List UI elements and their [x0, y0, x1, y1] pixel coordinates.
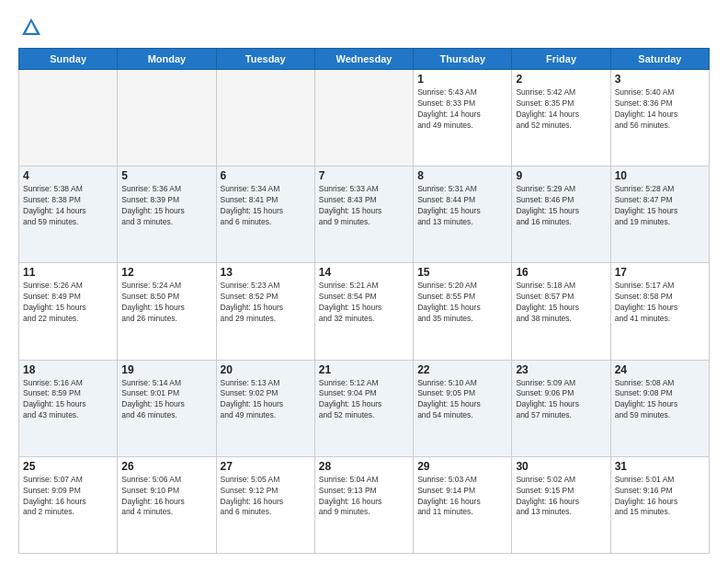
calendar-cell — [216, 70, 314, 167]
day-info: Sunrise: 5:03 AM Sunset: 9:14 PM Dayligh… — [417, 475, 507, 519]
day-number: 3 — [615, 73, 705, 86]
weekday-header-wednesday: Wednesday — [314, 49, 413, 70]
day-number: 9 — [516, 169, 606, 182]
day-info: Sunrise: 5:14 AM Sunset: 9:01 PM Dayligh… — [121, 378, 211, 422]
day-info: Sunrise: 5:10 AM Sunset: 9:05 PM Dayligh… — [417, 378, 507, 422]
day-info: Sunrise: 5:31 AM Sunset: 8:44 PM Dayligh… — [417, 184, 507, 228]
calendar-cell: 30Sunrise: 5:02 AM Sunset: 9:15 PM Dayli… — [512, 456, 610, 553]
week-row-1: 1Sunrise: 5:43 AM Sunset: 8:33 PM Daylig… — [19, 70, 710, 167]
calendar-cell: 21Sunrise: 5:12 AM Sunset: 9:04 PM Dayli… — [314, 360, 413, 456]
calendar-cell: 3Sunrise: 5:40 AM Sunset: 8:36 PM Daylig… — [610, 70, 709, 167]
calendar-cell: 29Sunrise: 5:03 AM Sunset: 9:14 PM Dayli… — [414, 456, 512, 553]
calendar-cell: 13Sunrise: 5:23 AM Sunset: 8:52 PM Dayli… — [216, 263, 314, 360]
page: SundayMondayTuesdayWednesdayThursdayFrid… — [0, 0, 728, 563]
day-number: 4 — [23, 169, 113, 182]
calendar-cell: 1Sunrise: 5:43 AM Sunset: 8:33 PM Daylig… — [414, 70, 512, 167]
day-info: Sunrise: 5:04 AM Sunset: 9:13 PM Dayligh… — [319, 475, 409, 519]
day-info: Sunrise: 5:20 AM Sunset: 8:55 PM Dayligh… — [417, 281, 507, 325]
day-number: 17 — [615, 266, 705, 279]
day-number: 23 — [516, 363, 606, 376]
day-number: 12 — [121, 266, 211, 279]
weekday-header-friday: Friday — [512, 49, 610, 70]
day-info: Sunrise: 5:17 AM Sunset: 8:58 PM Dayligh… — [615, 281, 705, 325]
day-info: Sunrise: 5:07 AM Sunset: 9:09 PM Dayligh… — [23, 475, 113, 519]
weekday-header-thursday: Thursday — [414, 49, 512, 70]
day-info: Sunrise: 5:36 AM Sunset: 8:39 PM Dayligh… — [121, 184, 211, 228]
logo — [18, 15, 48, 40]
day-number: 20 — [221, 363, 311, 376]
calendar-cell: 9Sunrise: 5:29 AM Sunset: 8:46 PM Daylig… — [512, 167, 610, 263]
day-number: 30 — [516, 460, 606, 473]
day-info: Sunrise: 5:28 AM Sunset: 8:47 PM Dayligh… — [615, 184, 705, 228]
day-number: 15 — [417, 266, 507, 279]
day-info: Sunrise: 5:21 AM Sunset: 8:54 PM Dayligh… — [319, 281, 409, 325]
day-info: Sunrise: 5:12 AM Sunset: 9:04 PM Dayligh… — [319, 378, 409, 422]
calendar-cell — [314, 70, 413, 167]
day-info: Sunrise: 5:43 AM Sunset: 8:33 PM Dayligh… — [417, 87, 507, 132]
day-info: Sunrise: 5:18 AM Sunset: 8:57 PM Dayligh… — [516, 281, 606, 325]
weekday-header-sunday: Sunday — [19, 49, 118, 70]
day-info: Sunrise: 5:40 AM Sunset: 8:36 PM Dayligh… — [615, 87, 705, 132]
day-number: 18 — [23, 363, 113, 376]
day-info: Sunrise: 5:02 AM Sunset: 9:15 PM Dayligh… — [516, 475, 606, 519]
calendar-cell: 10Sunrise: 5:28 AM Sunset: 8:47 PM Dayli… — [610, 167, 709, 263]
calendar-cell: 18Sunrise: 5:16 AM Sunset: 8:59 PM Dayli… — [19, 360, 118, 456]
day-number: 14 — [319, 266, 409, 279]
calendar-cell: 15Sunrise: 5:20 AM Sunset: 8:55 PM Dayli… — [414, 263, 512, 360]
day-info: Sunrise: 5:23 AM Sunset: 8:52 PM Dayligh… — [221, 281, 311, 325]
calendar-cell: 7Sunrise: 5:33 AM Sunset: 8:43 PM Daylig… — [314, 167, 413, 263]
day-info: Sunrise: 5:06 AM Sunset: 9:10 PM Dayligh… — [121, 475, 211, 519]
day-number: 31 — [615, 460, 705, 473]
day-number: 6 — [221, 169, 311, 182]
day-number: 29 — [417, 460, 507, 473]
day-info: Sunrise: 5:09 AM Sunset: 9:06 PM Dayligh… — [516, 378, 606, 422]
day-number: 24 — [615, 363, 705, 376]
day-number: 5 — [121, 169, 211, 182]
day-number: 28 — [319, 460, 409, 473]
day-info: Sunrise: 5:38 AM Sunset: 8:38 PM Dayligh… — [23, 184, 113, 228]
logo-icon — [18, 15, 44, 40]
day-info: Sunrise: 5:24 AM Sunset: 8:50 PM Dayligh… — [121, 281, 211, 325]
day-info: Sunrise: 5:16 AM Sunset: 8:59 PM Dayligh… — [23, 378, 113, 422]
day-info: Sunrise: 5:05 AM Sunset: 9:12 PM Dayligh… — [221, 475, 311, 519]
day-info: Sunrise: 5:26 AM Sunset: 8:49 PM Dayligh… — [23, 281, 113, 325]
day-info: Sunrise: 5:08 AM Sunset: 9:08 PM Dayligh… — [615, 378, 705, 422]
day-info: Sunrise: 5:29 AM Sunset: 8:46 PM Dayligh… — [516, 184, 606, 228]
day-number: 22 — [417, 363, 507, 376]
day-number: 8 — [417, 169, 507, 182]
calendar-cell: 16Sunrise: 5:18 AM Sunset: 8:57 PM Dayli… — [512, 263, 610, 360]
calendar-cell: 28Sunrise: 5:04 AM Sunset: 9:13 PM Dayli… — [314, 456, 413, 553]
day-info: Sunrise: 5:42 AM Sunset: 8:35 PM Dayligh… — [516, 87, 606, 132]
calendar-cell: 14Sunrise: 5:21 AM Sunset: 8:54 PM Dayli… — [314, 263, 413, 360]
calendar-cell: 22Sunrise: 5:10 AM Sunset: 9:05 PM Dayli… — [414, 360, 512, 456]
header — [18, 15, 710, 40]
weekday-header-saturday: Saturday — [610, 49, 709, 70]
day-number: 10 — [615, 169, 705, 182]
day-info: Sunrise: 5:01 AM Sunset: 9:16 PM Dayligh… — [615, 475, 705, 519]
calendar-cell: 31Sunrise: 5:01 AM Sunset: 9:16 PM Dayli… — [610, 456, 709, 553]
day-number: 13 — [221, 266, 311, 279]
calendar: SundayMondayTuesdayWednesdayThursdayFrid… — [18, 48, 710, 554]
calendar-cell: 5Sunrise: 5:36 AM Sunset: 8:39 PM Daylig… — [118, 167, 216, 263]
calendar-cell: 12Sunrise: 5:24 AM Sunset: 8:50 PM Dayli… — [118, 263, 216, 360]
day-number: 26 — [121, 460, 211, 473]
calendar-cell: 17Sunrise: 5:17 AM Sunset: 8:58 PM Dayli… — [610, 263, 709, 360]
day-info: Sunrise: 5:13 AM Sunset: 9:02 PM Dayligh… — [221, 378, 311, 422]
calendar-cell: 27Sunrise: 5:05 AM Sunset: 9:12 PM Dayli… — [216, 456, 314, 553]
day-number: 25 — [23, 460, 113, 473]
day-info: Sunrise: 5:34 AM Sunset: 8:41 PM Dayligh… — [221, 184, 311, 228]
week-row-2: 4Sunrise: 5:38 AM Sunset: 8:38 PM Daylig… — [19, 167, 710, 263]
day-number: 19 — [121, 363, 211, 376]
calendar-cell: 26Sunrise: 5:06 AM Sunset: 9:10 PM Dayli… — [118, 456, 216, 553]
calendar-cell: 24Sunrise: 5:08 AM Sunset: 9:08 PM Dayli… — [610, 360, 709, 456]
calendar-cell: 23Sunrise: 5:09 AM Sunset: 9:06 PM Dayli… — [512, 360, 610, 456]
calendar-cell: 2Sunrise: 5:42 AM Sunset: 8:35 PM Daylig… — [512, 70, 610, 167]
calendar-cell: 25Sunrise: 5:07 AM Sunset: 9:09 PM Dayli… — [19, 456, 118, 553]
weekday-header-monday: Monday — [118, 49, 216, 70]
calendar-cell: 4Sunrise: 5:38 AM Sunset: 8:38 PM Daylig… — [19, 167, 118, 263]
day-info: Sunrise: 5:33 AM Sunset: 8:43 PM Dayligh… — [319, 184, 409, 228]
calendar-cell: 8Sunrise: 5:31 AM Sunset: 8:44 PM Daylig… — [414, 167, 512, 263]
calendar-cell: 20Sunrise: 5:13 AM Sunset: 9:02 PM Dayli… — [216, 360, 314, 456]
day-number: 7 — [319, 169, 409, 182]
day-number: 11 — [23, 266, 113, 279]
